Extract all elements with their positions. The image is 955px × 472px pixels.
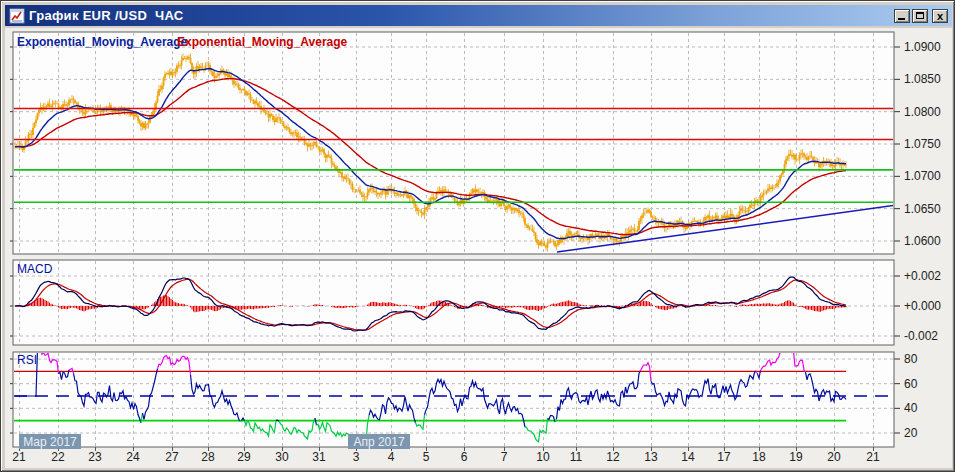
rsi-axis-label: 20: [904, 426, 918, 440]
price-axis-label: 1.0750: [904, 137, 941, 151]
date-label: 31: [312, 450, 326, 464]
date-label: 11: [570, 450, 583, 464]
macd-axis-label: +0.000: [904, 299, 941, 313]
date-label: 6: [461, 450, 468, 464]
month-badge-label: Мар 2017: [23, 435, 77, 449]
date-label: 27: [165, 450, 179, 464]
date-label: 19: [789, 450, 803, 464]
date-label: 22: [51, 450, 65, 464]
price-axis-label: 1.0850: [904, 72, 941, 86]
date-label: 21: [866, 450, 880, 464]
price-axis-label: 1.0600: [904, 234, 941, 248]
date-label: 20: [827, 450, 841, 464]
date-label: 13: [644, 450, 658, 464]
legend-ema-fast: Exponential_Moving_Average: [17, 35, 188, 49]
rsi-line-segment: [240, 421, 242, 422]
price-plot-area[interactable]: [13, 32, 894, 254]
macd-axis-label: +0.002: [904, 269, 941, 283]
chart-canvas[interactable]: 1.09001.08501.08001.07501.07001.06501.06…: [1, 1, 955, 472]
date-label: 29: [237, 450, 251, 464]
date-label: 12: [606, 450, 620, 464]
date-label: 14: [681, 450, 695, 464]
rsi-axis-label: 80: [904, 352, 918, 366]
date-label: 30: [275, 450, 289, 464]
price-axis-label: 1.0900: [904, 40, 941, 54]
date-label: 28: [201, 450, 215, 464]
macd-axis-label: -0.002: [904, 329, 938, 343]
price-axis-label: 1.0700: [904, 169, 941, 183]
date-label: 7: [501, 450, 508, 464]
date-label: 5: [423, 450, 430, 464]
date-label: 4: [388, 450, 395, 464]
rsi-axis-label: 40: [904, 401, 918, 415]
macd-panel-label: MACD: [17, 262, 53, 276]
date-label: 18: [752, 450, 766, 464]
date-label: 23: [88, 450, 102, 464]
date-label: 21: [12, 450, 26, 464]
month-badge-label: Апр 2017: [353, 435, 405, 449]
legend-ema-slow: Exponential_Moving_Average: [177, 35, 348, 49]
date-label: 10: [536, 450, 550, 464]
price-axis-label: 1.0800: [904, 105, 941, 119]
date-label: 24: [126, 450, 140, 464]
date-label: 17: [717, 450, 731, 464]
rsi-panel-label: RSI: [17, 353, 37, 367]
rsi-axis-label: 60: [904, 377, 918, 391]
price-axis-label: 1.0650: [904, 202, 941, 216]
chart-window: График EUR /USD ЧАС x 1.09001.08501.0800…: [0, 0, 955, 472]
date-label: 3: [353, 450, 360, 464]
